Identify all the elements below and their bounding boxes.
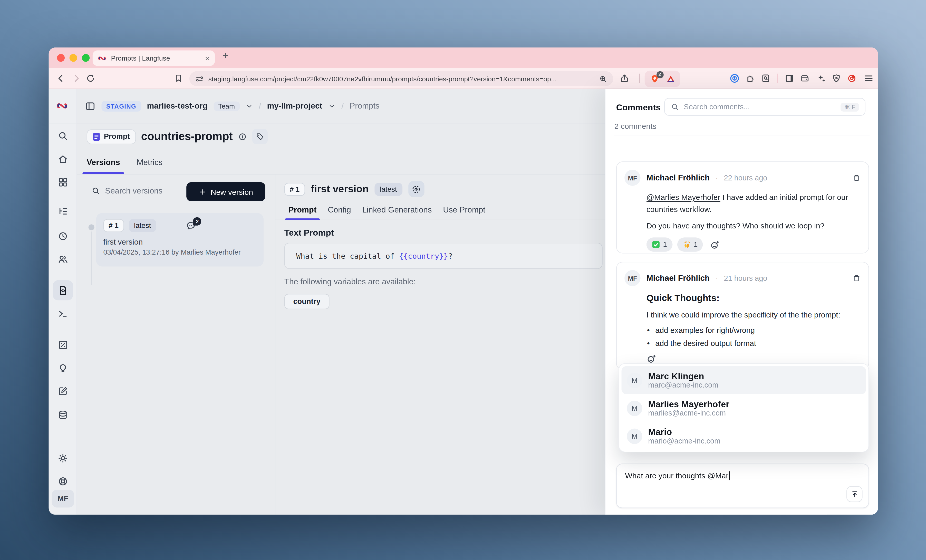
sidebar-sessions-icon[interactable]	[49, 226, 77, 247]
tab-title: Prompts | Langfuse	[111, 54, 201, 62]
brave-shield-icon[interactable]: 2	[649, 74, 659, 83]
sidebar-support-lifebuoy-icon[interactable]	[49, 471, 77, 492]
tab-use-prompt[interactable]: Use Prompt	[443, 205, 485, 220]
divider	[614, 135, 870, 135]
project-name[interactable]: my-llm-project	[267, 101, 322, 110]
bullet-item: add the desired output format	[655, 339, 861, 348]
comment-bullet-list: add examples for right/wrong add the des…	[655, 326, 861, 348]
sidebar-annotation-icon[interactable]	[49, 357, 77, 378]
back-icon[interactable]	[56, 73, 66, 83]
extension-swirl-icon[interactable]	[847, 74, 856, 83]
sidebar-datasets-icon[interactable]	[49, 381, 77, 402]
bookmark-icon[interactable]	[174, 74, 183, 83]
mention-name: Mario	[648, 427, 721, 437]
share-icon[interactable]	[620, 74, 629, 83]
browser-toolbar: staging.langfuse.com/project/cm22fk0w700…	[49, 68, 878, 89]
wallet-icon[interactable]	[800, 74, 810, 83]
browser-tab[interactable]: Prompts | Langfuse ×	[93, 51, 215, 66]
send-up-arrow-icon	[850, 490, 858, 498]
info-icon[interactable]	[238, 132, 247, 141]
tab-linked-generations[interactable]: Linked Generations	[362, 205, 432, 220]
comment-input[interactable]: What are your thoughts @Mar	[616, 463, 869, 508]
versions-search[interactable]	[91, 186, 188, 195]
comments-search-input[interactable]	[684, 103, 836, 111]
shield-badge: 2	[656, 71, 663, 78]
url-text: staging.langfuse.com/project/cm22fk0w700…	[209, 75, 594, 82]
comment-card: MF Michael Fröhlich · 21 hours ago Quick…	[616, 262, 869, 370]
org-role-badge: Team	[213, 101, 240, 110]
project-chevron-down-icon[interactable]	[328, 102, 336, 110]
mention-link[interactable]: @Marlies Mayerhofer	[646, 193, 720, 202]
comment-body: @Marlies Mayerhofer I have added an init…	[646, 192, 861, 215]
leo-ai-sparkles-icon[interactable]	[817, 74, 826, 83]
sidebar-tracing-icon[interactable]	[49, 201, 77, 222]
sidebar-prompts-icon[interactable]	[49, 280, 77, 301]
delete-comment-icon[interactable]	[852, 173, 861, 182]
zoom-page-icon[interactable]	[599, 74, 607, 83]
desktop-background: Prompts | Langfuse × + staging.langfuse.…	[0, 0, 926, 560]
detail-version-title: first version	[311, 183, 369, 195]
url-bar[interactable]: staging.langfuse.com/project/cm22fk0w700…	[189, 71, 613, 86]
langfuse-logo-icon[interactable]	[49, 89, 77, 123]
delete-comment-icon[interactable]	[852, 274, 861, 283]
maximize-window-button[interactable]	[82, 54, 89, 62]
minimize-window-button[interactable]	[70, 54, 77, 62]
prompt-document-icon	[93, 132, 100, 141]
prompt-variable: {{country}}	[399, 251, 448, 260]
object-type-badge: Prompt	[87, 129, 136, 144]
comments-bubble-icon[interactable]: 2	[186, 221, 196, 230]
password-manager-icon[interactable]	[729, 73, 740, 83]
org-name[interactable]: marlies-test-org	[147, 101, 207, 110]
tab-close-icon[interactable]: ×	[205, 54, 210, 62]
sidebar-playground-icon[interactable]	[49, 303, 77, 325]
find-in-page-icon[interactable]	[761, 74, 770, 83]
version-list-item[interactable]: # 1 latest 2 first version 03/04/2025, 1…	[96, 213, 263, 266]
reload-icon[interactable]	[85, 73, 95, 83]
mention-option[interactable]: M Marlies Mayerhofer marlies@acme-inc.co…	[622, 394, 866, 422]
add-reaction-icon[interactable]	[646, 353, 861, 363]
sidebar-evaluation-icon[interactable]	[49, 334, 77, 356]
tab-config[interactable]: Config	[328, 205, 351, 220]
extensions-puzzle-icon[interactable]	[746, 74, 755, 83]
comment-body-line2: Do you have any thoughts? Who should we …	[646, 221, 861, 230]
mention-email: mario@acme-inc.com	[648, 437, 721, 445]
user-avatar[interactable]: MF	[51, 490, 74, 507]
menu-hamburger-icon[interactable]	[864, 73, 874, 83]
privacy-shield-icon[interactable]	[832, 74, 841, 83]
tab-versions[interactable]: Versions	[87, 158, 120, 174]
sidebar-home-icon[interactable]	[49, 148, 77, 170]
add-reaction-icon[interactable]	[710, 239, 720, 250]
submit-comment-button[interactable]	[846, 486, 862, 502]
sidebar-database-icon[interactable]	[49, 404, 77, 425]
reaction-pill[interactable]: 1	[677, 238, 703, 252]
sidebar-users-icon[interactable]	[49, 249, 77, 270]
sidebar-toggle-icon[interactable]	[85, 101, 96, 111]
forward-icon[interactable]	[71, 73, 81, 83]
org-chevron-down-icon[interactable]	[246, 102, 253, 110]
versions-search-input[interactable]	[105, 186, 188, 195]
new-tab-button[interactable]: +	[222, 50, 228, 62]
tab-prompt[interactable]: Prompt	[289, 205, 316, 220]
comments-search[interactable]: ⌘ F	[664, 98, 865, 116]
mention-option[interactable]: M Marc Klingen marc@acme-inc.com	[622, 366, 866, 394]
sidebar-panel-icon[interactable]	[785, 74, 794, 83]
promote-version-button[interactable]	[408, 181, 424, 197]
text-prompt-heading: Text Prompt	[284, 228, 334, 238]
detail-version-badge: # 1	[284, 183, 305, 195]
raised-hands-emoji-icon	[682, 241, 691, 249]
mention-option[interactable]: M Mario mario@acme-inc.com	[622, 422, 866, 450]
new-version-button[interactable]: New version	[186, 182, 265, 201]
comment-author: Michael Fröhlich	[646, 173, 710, 182]
sidebar-dashboards-icon[interactable]	[49, 171, 77, 193]
brave-rewards-icon[interactable]	[666, 74, 675, 83]
reaction-pill[interactable]: 1	[646, 238, 672, 252]
site-settings-icon[interactable]	[195, 74, 204, 83]
close-window-button[interactable]	[57, 54, 65, 62]
comment-body: I think we could improve the specificity…	[646, 309, 861, 321]
tab-metrics[interactable]: Metrics	[137, 158, 163, 174]
mention-name: Marc Klingen	[648, 371, 719, 381]
tag-button[interactable]	[252, 129, 268, 144]
version-number-badge: # 1	[103, 219, 124, 232]
sidebar-settings-gear-icon[interactable]	[49, 448, 77, 469]
sidebar-search-icon[interactable]	[49, 125, 77, 147]
